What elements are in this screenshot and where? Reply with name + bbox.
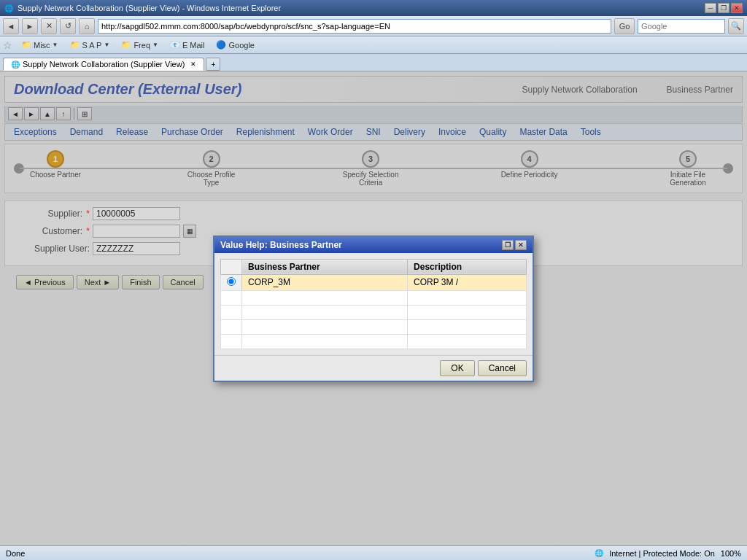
dialog-ok-button[interactable]: OK <box>440 360 474 376</box>
back-button[interactable]: ◄ <box>3 18 19 34</box>
bookmark-email[interactable]: 📧E Mail <box>167 39 208 50</box>
forward-button[interactable]: ► <box>22 18 38 34</box>
browser-titlebar: 🌐 Supply Network Collaboration (Supplier… <box>0 0 747 16</box>
cell-description: CORP 3M / <box>408 274 527 290</box>
business-partner-table: Business Partner Description CORP_3M COR… <box>220 259 527 349</box>
status-bar: Done 🌐 Internet | Protected Mode: On 100… <box>0 545 747 560</box>
refresh-button[interactable]: ↺ <box>60 18 76 34</box>
bookmark-misc[interactable]: 📁Misc▼ <box>18 39 61 50</box>
stop-button[interactable]: ✕ <box>41 18 57 34</box>
value-help-dialog: Value Help: Business Partner ❐ ✕ Busines… <box>213 236 534 382</box>
bookmark-google[interactable]: 🔵Google <box>213 39 257 50</box>
home-button[interactable]: ⌂ <box>79 18 95 34</box>
window-controls[interactable]: ─ ❐ ✕ <box>705 3 743 13</box>
table-row-empty-2 <box>221 305 527 319</box>
main-content: Download Center (External User) Supply N… <box>0 71 747 545</box>
table-row-empty-4 <box>221 334 527 349</box>
table-selector-header <box>221 259 242 274</box>
row-selector-cell[interactable] <box>221 274 242 290</box>
table-row-empty-3 <box>221 319 527 334</box>
bookmarks-bar: ☆ 📁Misc▼ 📁S A P▼ 📁Freq▼ 📧E Mail 🔵Google <box>0 36 747 54</box>
bookmark-sap[interactable]: 📁S A P▼ <box>67 39 113 50</box>
tab-snc[interactable]: 🌐 Supply Network Collaboration (Supplier… <box>3 58 204 71</box>
table-row-empty-1 <box>221 290 527 305</box>
row-radio[interactable] <box>227 277 236 286</box>
status-text: Done <box>6 549 25 558</box>
dialog-controls[interactable]: ❐ ✕ <box>502 240 527 250</box>
col-business-partner: Business Partner <box>242 259 408 274</box>
browser-toolbar: ◄ ► ✕ ↺ ⌂ Go 🔍 <box>0 16 747 36</box>
browser-title: Supply Network Collaboration (Supplier V… <box>18 4 700 12</box>
go-button[interactable]: Go <box>614 18 635 34</box>
search-button[interactable]: 🔍 <box>728 18 744 34</box>
minimize-button[interactable]: ─ <box>705 3 716 13</box>
dialog-title: Value Help: Business Partner <box>220 240 342 250</box>
tab-bar: 🌐 Supply Network Collaboration (Supplier… <box>0 54 747 71</box>
dialog-content: Business Partner Description CORP_3M COR… <box>214 253 533 355</box>
close-button[interactable]: ✕ <box>731 3 743 13</box>
bookmark-freq[interactable]: 📁Freq▼ <box>118 39 161 50</box>
zoom-level: 100% <box>721 549 741 558</box>
table-row[interactable]: CORP_3M CORP 3M / <box>221 274 527 290</box>
dialog-restore-button[interactable]: ❐ <box>502 240 514 250</box>
dialog-titlebar: Value Help: Business Partner ❐ ✕ <box>214 237 533 253</box>
modal-overlay: Value Help: Business Partner ❐ ✕ Busines… <box>0 71 747 545</box>
dialog-footer: OK Cancel <box>214 355 533 381</box>
dialog-close-button[interactable]: ✕ <box>515 240 527 250</box>
address-bar[interactable] <box>98 19 611 34</box>
restore-button[interactable]: ❐ <box>718 3 729 13</box>
cell-business-partner: CORP_3M <box>242 274 408 290</box>
security-status: Internet | Protected Mode: On <box>609 549 715 558</box>
search-box[interactable] <box>638 19 725 34</box>
dialog-cancel-button[interactable]: Cancel <box>478 360 527 376</box>
col-description: Description <box>408 259 527 274</box>
new-tab-button[interactable]: + <box>206 58 220 71</box>
